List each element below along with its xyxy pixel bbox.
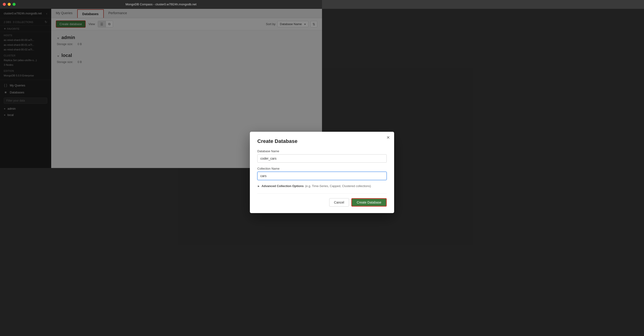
create-database-modal: ✕ Create Database Database Name Collecti…	[250, 132, 322, 168]
collection-name-label: Collection Name	[257, 167, 322, 168]
minimize-button[interactable]	[8, 3, 11, 6]
db-name-label: Database Name	[257, 150, 322, 153]
modal-overlay: ✕ Create Database Database Name Collecti…	[0, 9, 322, 168]
titlebar: MongoDB Compass - cluster0.w7l924h.mongo…	[0, 0, 322, 9]
db-name-input[interactable]	[257, 154, 322, 163]
titlebar-buttons	[3, 3, 16, 6]
collection-name-field: Collection Name	[257, 167, 322, 168]
window-title: MongoDB Compass - cluster0.w7l924h.mongo…	[126, 2, 196, 6]
close-button[interactable]	[3, 3, 6, 6]
db-name-field: Database Name	[257, 150, 322, 163]
maximize-button[interactable]	[12, 3, 16, 6]
modal-title: Create Database	[257, 138, 322, 144]
